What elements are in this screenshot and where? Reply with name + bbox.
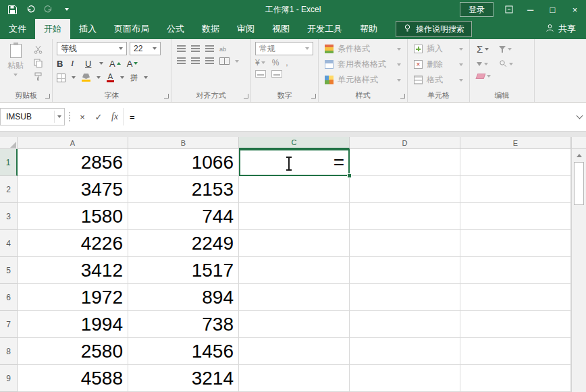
phonetic-guide-button[interactable]: 拼 (130, 73, 138, 83)
cell-E1[interactable] (460, 149, 571, 176)
fill-button[interactable] (477, 59, 491, 69)
cell-E6[interactable] (460, 284, 571, 311)
italic-button[interactable]: I (71, 58, 79, 69)
cell-E8[interactable] (460, 338, 571, 365)
formula-bar-splitter[interactable] (69, 112, 70, 121)
grow-font-button[interactable]: A (109, 59, 121, 69)
cell-A9[interactable]: 4588 (18, 365, 128, 392)
font-color-caret-icon[interactable] (120, 76, 124, 79)
cell-A2[interactable]: 3475 (18, 176, 128, 203)
merge-center-icon[interactable] (219, 57, 230, 65)
fill-handle[interactable] (347, 173, 352, 178)
copy-icon[interactable] (31, 58, 45, 68)
cell-B9[interactable]: 3214 (128, 365, 239, 392)
cell-E7[interactable] (460, 311, 571, 338)
underline-button[interactable]: U (85, 59, 93, 69)
font-dialog-launcher-icon[interactable] (164, 94, 169, 99)
cell-E2[interactable] (460, 176, 571, 203)
cell-C3[interactable] (239, 203, 350, 230)
cell-C2[interactable] (239, 176, 350, 203)
alignment-dialog-launcher-icon[interactable] (244, 94, 248, 99)
cell-B8[interactable]: 1456 (128, 338, 239, 365)
cell-D7[interactable] (350, 311, 460, 338)
format-painter-icon[interactable] (31, 72, 45, 82)
underline-caret-icon[interactable] (99, 62, 103, 65)
tell-me-search[interactable]: 操作说明搜索 (396, 21, 472, 37)
cell-D6[interactable] (350, 284, 460, 311)
insert-cells-button[interactable]: 插入 (410, 42, 467, 56)
number-format-combo[interactable]: 常规 (255, 42, 313, 55)
tab-insert[interactable]: 插入 (70, 19, 105, 39)
cell-A3[interactable]: 1580 (18, 203, 128, 230)
redo-icon[interactable] (43, 4, 54, 15)
undo-icon[interactable] (25, 4, 36, 15)
col-header-B[interactable]: B (128, 137, 239, 149)
clipboard-dialog-launcher-icon[interactable] (45, 94, 50, 99)
scroll-up-button[interactable] (572, 149, 586, 161)
sort-filter-button[interactable] (499, 43, 513, 55)
save-icon[interactable] (7, 4, 18, 15)
align-right-icon[interactable] (205, 57, 214, 65)
scrollbar-thumb[interactable] (574, 162, 584, 205)
cell-C9[interactable] (239, 365, 350, 392)
borders-icon[interactable] (57, 74, 65, 82)
cell-D8[interactable] (350, 338, 460, 365)
cell-D9[interactable] (350, 365, 460, 392)
cell-B1[interactable]: 1066 (128, 149, 239, 176)
cell-A1[interactable]: 2856 (18, 149, 128, 176)
row-header-4[interactable]: 4 (0, 230, 18, 257)
col-header-A[interactable]: A (18, 137, 128, 149)
shrink-font-button[interactable]: A (127, 59, 138, 69)
cell-A5[interactable]: 3412 (18, 257, 128, 284)
cell-C5[interactable] (239, 257, 350, 284)
cell-E4[interactable] (460, 230, 571, 257)
cell-B7[interactable]: 738 (128, 311, 239, 338)
tab-developer[interactable]: 开发工具 (298, 19, 351, 39)
number-dialog-launcher-icon[interactable] (311, 94, 316, 99)
row-header-8[interactable]: 8 (0, 338, 18, 365)
tab-formulas[interactable]: 公式 (158, 19, 193, 39)
align-top-icon[interactable] (177, 45, 186, 53)
cell-D1[interactable] (350, 149, 460, 176)
cell-styles-button[interactable]: 单元格样式 (321, 73, 404, 87)
font-size-combo[interactable]: 22 (130, 42, 161, 55)
tab-page-layout[interactable]: 页面布局 (105, 19, 158, 39)
cell-B2[interactable]: 2153 (128, 176, 239, 203)
cell-A8[interactable]: 2580 (18, 338, 128, 365)
row-header-2[interactable]: 2 (0, 176, 18, 203)
cell-C1[interactable]: = (239, 149, 350, 176)
merge-caret-icon[interactable] (235, 60, 239, 63)
row-header-5[interactable]: 5 (0, 257, 18, 284)
formula-input[interactable]: = (124, 108, 572, 125)
align-center-icon[interactable] (191, 57, 200, 65)
cell-A4[interactable]: 4226 (18, 230, 128, 257)
row-header-1[interactable]: 1 (0, 149, 18, 176)
percent-style-button[interactable]: % (272, 58, 279, 67)
cell-D4[interactable] (350, 230, 460, 257)
tab-data[interactable]: 数据 (193, 19, 228, 39)
align-bottom-icon[interactable] (205, 45, 214, 53)
tab-home[interactable]: 开始 (35, 19, 70, 39)
tab-view[interactable]: 视图 (263, 19, 298, 39)
bold-button[interactable]: B (57, 59, 65, 69)
increase-decimal-icon[interactable] (255, 70, 266, 78)
customize-qat-caret-icon[interactable] (61, 4, 72, 15)
cell-D5[interactable] (350, 257, 460, 284)
paste-button[interactable]: 粘贴 (0, 39, 31, 90)
name-box-caret-icon[interactable] (57, 115, 61, 118)
ribbon-display-options-icon[interactable] (499, 0, 519, 19)
col-header-E[interactable]: E (460, 137, 571, 149)
decrease-decimal-icon[interactable] (271, 70, 282, 78)
fill-color-caret-icon[interactable] (97, 76, 101, 79)
conditional-formatting-button[interactable]: 条件格式 (321, 42, 404, 56)
row-header-6[interactable]: 6 (0, 284, 18, 311)
maximize-button[interactable]: □ (541, 0, 564, 19)
styles-dialog-launcher-icon[interactable] (400, 94, 405, 99)
close-button[interactable]: × (564, 0, 586, 19)
cell-E5[interactable] (460, 257, 571, 284)
accounting-format-button[interactable]: ¥ (255, 58, 265, 67)
comma-style-button[interactable]: , (286, 58, 288, 67)
align-middle-icon[interactable] (191, 45, 200, 53)
select-all-corner[interactable] (0, 137, 18, 149)
name-box[interactable]: IMSUB (0, 108, 65, 125)
